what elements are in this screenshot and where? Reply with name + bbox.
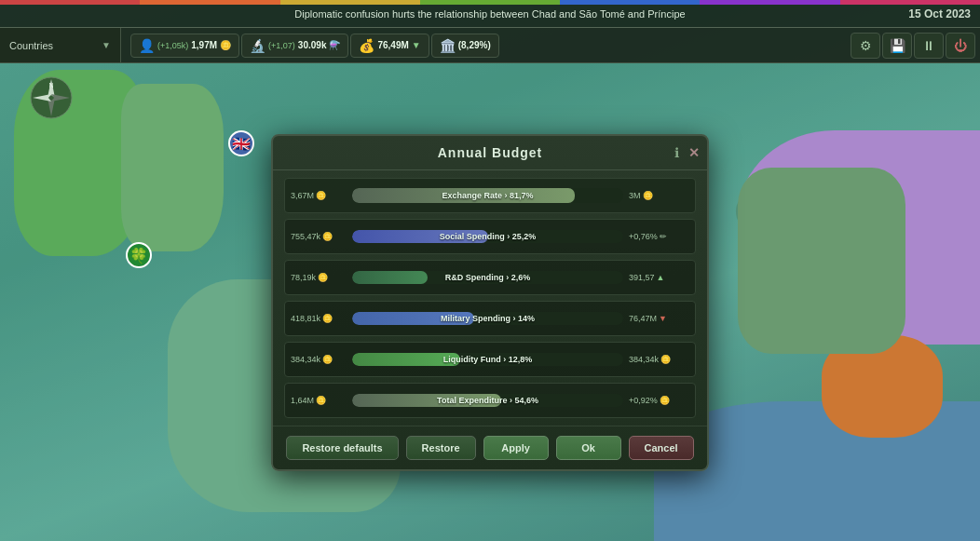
modal-header: Annual Budget ℹ ✕: [273, 136, 707, 170]
modal-close-button[interactable]: ✕: [688, 145, 700, 160]
restore-defaults-button[interactable]: Restore defaults: [286, 436, 398, 460]
money-arrow-icon: ▼: [412, 40, 421, 50]
total-expenditure-left-value: 1,64M🪙: [291, 396, 347, 405]
total-expenditure-right-value: +0,92%🪙: [629, 396, 689, 405]
apply-button[interactable]: Apply: [483, 436, 549, 460]
color-strip-7: [840, 0, 980, 5]
exchange-rate-row: 3,67M🪙 Exchange Rate › 81,7% 3M🪙: [284, 178, 696, 213]
top-bar: Diplomatic confusion hurts the relations…: [0, 0, 980, 28]
modal-overlay: Annual Budget ℹ ✕ 3,67M🪙 Exchange Rate ›…: [0, 63, 980, 541]
coin-icon-1: 🪙: [316, 191, 326, 200]
rd-spending-row: 78,19k🪙 R&D Spending › 2,6% 391,57▲: [284, 260, 696, 295]
coin-icon-2: 🪙: [322, 232, 333, 241]
stats-bar: 👤 (+1,05k) 1,97M 🪙 🔬 (+1,07) 30.09k ⚗️ 💰…: [0, 28, 980, 63]
population-value: 1,97M: [191, 40, 217, 50]
military-spending-right-value: 76,47M▼: [629, 314, 689, 323]
pencil-icon: ✏: [660, 232, 667, 241]
countries-chevron-icon: ▼: [102, 40, 111, 50]
total-expenditure-row: 1,64M🪙 Total Expenditure › 54,6% +0,92%🪙: [284, 383, 696, 418]
population-icon: 👤: [139, 38, 155, 53]
exchange-rate-slider[interactable]: Exchange Rate › 81,7%: [352, 185, 623, 206]
date-display: 15 Oct 2023: [908, 7, 971, 20]
save-button[interactable]: 💾: [882, 33, 912, 59]
color-strip-4: [420, 0, 560, 5]
exchange-rate-label: Exchange Rate › 81,7%: [352, 191, 623, 200]
coin-icon-5: 🪙: [322, 355, 333, 364]
pause-button[interactable]: ⏸: [914, 33, 944, 59]
research-flask-icon: ⚗️: [329, 40, 340, 50]
liquidity-fund-right-value: 384,34k🪙: [629, 355, 689, 364]
population-coin-icon: 🪙: [220, 40, 231, 50]
rd-spending-label: R&D Spending › 2,6%: [352, 273, 623, 282]
coin-icon-r1: 🪙: [643, 191, 653, 200]
social-spending-label: Social Spending › 25,2%: [352, 232, 623, 241]
rd-spending-slider[interactable]: R&D Spending › 2,6%: [352, 267, 623, 288]
money-value: 76,49M: [377, 40, 408, 50]
power-button[interactable]: ⏻: [946, 33, 975, 59]
color-strip-2: [140, 0, 279, 5]
liquidity-fund-left-value: 384,34k🪙: [291, 355, 347, 364]
liquidity-fund-label: Liquidity Fund › 12,8%: [352, 355, 623, 364]
ok-button[interactable]: Ok: [556, 436, 621, 460]
coin-icon-r6: 🪙: [660, 396, 670, 405]
military-spending-slider[interactable]: Military Spending › 14%: [352, 308, 623, 329]
social-spending-track: Social Spending › 25,2%: [352, 230, 623, 243]
color-strip-6: [700, 0, 839, 5]
total-expenditure-slider[interactable]: Total Expenditure › 54,6%: [352, 390, 623, 411]
modal-footer: Restore defaults Restore Apply Ok Cancel: [273, 426, 707, 469]
rd-spending-left-value: 78,19k🪙: [291, 273, 347, 282]
settings-button[interactable]: ⚙: [851, 33, 880, 59]
coin-icon-r5: 🪙: [660, 355, 671, 364]
military-spending-track: Military Spending › 14%: [352, 312, 623, 325]
social-spending-left-value: 755,47k🪙: [291, 232, 347, 241]
restore-button[interactable]: Restore: [406, 436, 476, 460]
modal-info-button[interactable]: ℹ: [674, 145, 679, 160]
influence-icon: 🏛️: [440, 38, 456, 53]
total-expenditure-label: Total Expenditure › 54,6%: [352, 396, 623, 405]
modal-body: 3,67M🪙 Exchange Rate › 81,7% 3M🪙 755,47k…: [273, 170, 707, 426]
money-icon: 💰: [359, 38, 374, 53]
military-spending-label: Military Spending › 14%: [352, 314, 623, 323]
rd-spending-right-value: 391,57▲: [629, 273, 689, 282]
population-change: (+1,05k): [157, 41, 188, 50]
social-spending-slider[interactable]: Social Spending › 25,2%: [352, 226, 623, 247]
cancel-button[interactable]: Cancel: [629, 436, 694, 460]
exchange-rate-right-value: 3M🪙: [629, 191, 689, 200]
modal-title: Annual Budget: [438, 145, 543, 160]
coin-icon-4: 🪙: [322, 314, 333, 323]
rd-spending-track: R&D Spending › 2,6%: [352, 271, 623, 284]
military-spending-row: 418,81k🪙 Military Spending › 14% 76,47M▼: [284, 301, 696, 336]
influence-value: (8,29%): [458, 40, 491, 50]
coin-icon-3: 🪙: [318, 273, 328, 282]
exchange-rate-left-value: 3,67M🪙: [291, 191, 347, 200]
coin-icon-6: 🪙: [316, 396, 326, 405]
military-spending-left-value: 418,81k🪙: [291, 314, 347, 323]
color-strip-3: [280, 0, 420, 5]
color-strip-1: [0, 0, 140, 5]
up-arrow-icon: ▲: [657, 273, 665, 282]
down-arrow-icon: ▼: [659, 314, 667, 323]
stat-money: 💰 76,49M ▼: [350, 34, 429, 58]
annual-budget-modal: Annual Budget ℹ ✕ 3,67M🪙 Exchange Rate ›…: [271, 134, 709, 471]
research-value: 30.09k: [298, 40, 327, 50]
liquidity-fund-track: Liquidity Fund › 12,8%: [352, 353, 623, 366]
liquidity-fund-slider[interactable]: Liquidity Fund › 12,8%: [352, 349, 623, 370]
research-icon: 🔬: [250, 38, 265, 53]
total-expenditure-track: Total Expenditure › 54,6%: [352, 394, 623, 407]
social-spending-row: 755,47k🪙 Social Spending › 25,2% +0,76%✏: [284, 219, 696, 254]
right-controls: ⚙ 💾 ⏸ ⏻: [851, 33, 975, 59]
stat-population: 👤 (+1,05k) 1,97M 🪙: [130, 34, 239, 58]
research-change: (+1,07): [268, 41, 295, 50]
stat-research: 🔬 (+1,07) 30.09k ⚗️: [241, 34, 348, 58]
news-ticker: Diplomatic confusion hurts the relations…: [294, 8, 685, 20]
color-strip-5: [560, 0, 700, 5]
social-spending-right-value: +0,76%✏: [629, 232, 689, 241]
exchange-rate-track: Exchange Rate › 81,7%: [352, 188, 623, 203]
stat-influence: 🏛️ (8,29%): [431, 34, 499, 58]
countries-label: Countries: [9, 40, 53, 51]
countries-dropdown[interactable]: Countries ▼: [0, 28, 121, 63]
liquidity-fund-row: 384,34k🪙 Liquidity Fund › 12,8% 384,34k🪙: [284, 342, 696, 377]
